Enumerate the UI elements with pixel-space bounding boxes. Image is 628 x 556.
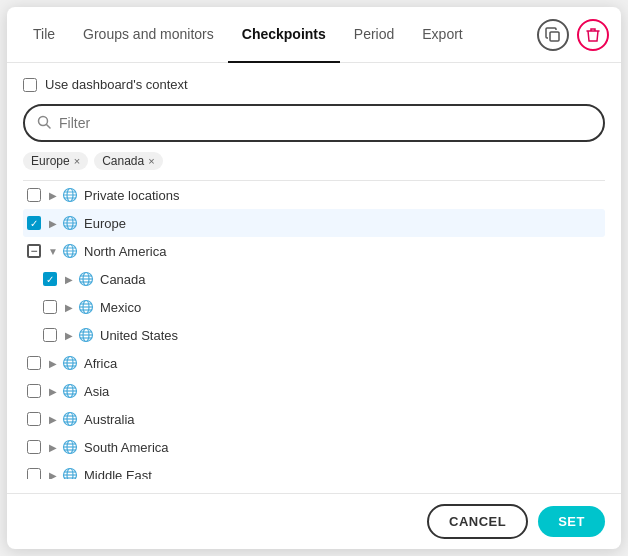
label-south-america: South America xyxy=(84,440,169,455)
tree-item-mexico[interactable]: ▶ Mexico xyxy=(23,293,605,321)
arrow-africa: ▶ xyxy=(45,358,61,369)
tab-bar: Tile Groups and monitors Checkpoints Per… xyxy=(7,7,621,63)
dashboard-context-checkbox[interactable] xyxy=(23,78,37,92)
tab-export[interactable]: Export xyxy=(408,7,476,63)
label-united-states: United States xyxy=(100,328,178,343)
arrow-australia: ▶ xyxy=(45,414,61,425)
tree-item-australia[interactable]: ▶ Australia xyxy=(23,405,605,433)
tree-item-canada[interactable]: ▶ Canada xyxy=(23,265,605,293)
tag-canada-label: Canada xyxy=(102,154,144,168)
checkbox-australia[interactable] xyxy=(27,412,41,426)
arrow-europe: ▶ xyxy=(45,218,61,229)
dialog: Tile Groups and monitors Checkpoints Per… xyxy=(7,7,621,549)
tab-checkpoints[interactable]: Checkpoints xyxy=(228,7,340,63)
tag-canada-remove[interactable]: × xyxy=(148,155,154,167)
globe-icon-europe xyxy=(61,214,79,232)
globe-icon-mexico xyxy=(77,298,95,316)
globe-icon-asia xyxy=(61,382,79,400)
label-africa: Africa xyxy=(84,356,117,371)
tag-europe: Europe × xyxy=(23,152,88,170)
globe-icon-private xyxy=(61,186,79,204)
tree-item-north-america[interactable]: ▼ North America xyxy=(23,237,605,265)
globe-icon-united-states xyxy=(77,326,95,344)
arrow-middle-east: ▶ xyxy=(45,470,61,480)
checkbox-canada[interactable] xyxy=(43,272,57,286)
label-asia: Asia xyxy=(84,384,109,399)
tree-item-europe[interactable]: ▶ Europe xyxy=(23,209,605,237)
globe-icon-canada xyxy=(77,270,95,288)
tags-container: Europe × Canada × xyxy=(23,152,605,170)
checkbox-africa[interactable] xyxy=(27,356,41,370)
label-mexico: Mexico xyxy=(100,300,141,315)
label-north-america: North America xyxy=(84,244,166,259)
tab-groups-monitors[interactable]: Groups and monitors xyxy=(69,7,228,63)
tab-action-icons xyxy=(537,19,609,51)
globe-icon-south-america xyxy=(61,438,79,456)
tab-tile[interactable]: Tile xyxy=(19,7,69,63)
globe-icon-middle-east xyxy=(61,466,79,479)
globe-icon-north-america xyxy=(61,242,79,260)
checkbox-south-america[interactable] xyxy=(27,440,41,454)
tab-period[interactable]: Period xyxy=(340,7,408,63)
arrow-north-america: ▼ xyxy=(45,246,61,257)
label-canada: Canada xyxy=(100,272,146,287)
footer: CANCEL SET xyxy=(7,493,621,549)
arrow-united-states: ▶ xyxy=(61,330,77,341)
svg-rect-0 xyxy=(550,32,559,41)
label-europe: Europe xyxy=(84,216,126,231)
checkbox-middle-east[interactable] xyxy=(27,468,41,479)
search-icon xyxy=(37,115,51,132)
tree-list: ▶ Private locations ▶ Europe ▼ xyxy=(23,180,605,479)
label-middle-east: Middle East xyxy=(84,468,152,480)
tree-item-private[interactable]: ▶ Private locations xyxy=(23,181,605,209)
globe-icon-africa xyxy=(61,354,79,372)
set-button[interactable]: SET xyxy=(538,506,605,537)
arrow-canada: ▶ xyxy=(61,274,77,285)
search-box xyxy=(23,104,605,142)
content-area: Use dashboard's context Europe × Canada … xyxy=(7,63,621,493)
tag-canada: Canada × xyxy=(94,152,162,170)
dashboard-context-row: Use dashboard's context xyxy=(23,77,605,92)
tree-item-south-america[interactable]: ▶ South America xyxy=(23,433,605,461)
tag-europe-remove[interactable]: × xyxy=(74,155,80,167)
search-input[interactable] xyxy=(59,115,591,131)
copy-button[interactable] xyxy=(537,19,569,51)
checkbox-north-america[interactable] xyxy=(27,244,41,258)
tree-item-asia[interactable]: ▶ Asia xyxy=(23,377,605,405)
globe-icon-australia xyxy=(61,410,79,428)
arrow-asia: ▶ xyxy=(45,386,61,397)
tag-europe-label: Europe xyxy=(31,154,70,168)
checkbox-united-states[interactable] xyxy=(43,328,57,342)
tree-item-africa[interactable]: ▶ Africa xyxy=(23,349,605,377)
label-australia: Australia xyxy=(84,412,135,427)
checkbox-europe[interactable] xyxy=(27,216,41,230)
cancel-button[interactable]: CANCEL xyxy=(427,504,528,539)
checkbox-asia[interactable] xyxy=(27,384,41,398)
arrow-south-america: ▶ xyxy=(45,442,61,453)
label-private: Private locations xyxy=(84,188,179,203)
checkbox-mexico[interactable] xyxy=(43,300,57,314)
tree-item-united-states[interactable]: ▶ United States xyxy=(23,321,605,349)
tree-item-middle-east[interactable]: ▶ Middle East xyxy=(23,461,605,479)
arrow-private: ▶ xyxy=(45,190,61,201)
arrow-mexico: ▶ xyxy=(61,302,77,313)
checkbox-private[interactable] xyxy=(27,188,41,202)
delete-button[interactable] xyxy=(577,19,609,51)
dashboard-context-label: Use dashboard's context xyxy=(45,77,188,92)
